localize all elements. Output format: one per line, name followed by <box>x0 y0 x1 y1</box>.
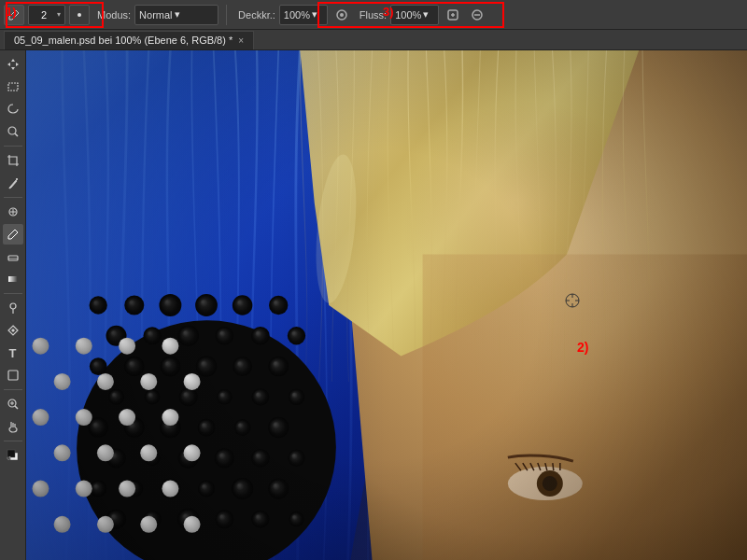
tool-dodge[interactable] <box>3 298 23 318</box>
tool-pen[interactable] <box>3 320 23 341</box>
tool-marquee-rect[interactable] <box>3 77 23 97</box>
tool-eraser[interactable] <box>3 246 23 267</box>
mode-value: Normal <box>139 9 172 21</box>
tool-brush[interactable] <box>3 224 23 245</box>
svg-line-0 <box>16 10 19 13</box>
flow-label: Fluss: <box>359 9 387 21</box>
toolbar: 1) 3) 2 ▾ Modus: Normal ▾ Deckkr.: 100% … <box>0 0 747 30</box>
divider-3 <box>4 293 22 294</box>
opacity-arrow: ▾ <box>312 8 317 21</box>
tool-healing-brush[interactable] <box>3 202 23 222</box>
divider-5 <box>4 441 22 441</box>
mode-dropdown-arrow: ▾ <box>175 8 180 21</box>
tool-shape[interactable] <box>3 365 23 385</box>
tabbar: 05_09_malen.psd bei 100% (Ebene 6, RGB/8… <box>0 30 747 50</box>
mode-label: Modus: <box>97 9 131 21</box>
tool-move[interactable] <box>3 54 23 75</box>
svg-point-18 <box>10 303 16 309</box>
pressure-icon-1[interactable] <box>443 5 463 25</box>
opacity-field[interactable]: 100% ▾ <box>279 5 328 25</box>
tool-hand[interactable] <box>3 416 23 437</box>
svg-rect-17 <box>8 276 18 282</box>
opacity-value: 100% <box>284 9 310 21</box>
photo-canvas[interactable] <box>26 50 747 560</box>
canvas-area[interactable]: 2) <box>26 50 747 560</box>
svg-rect-15 <box>8 256 18 260</box>
tool-foreground-color[interactable]: ↺ <box>3 445 23 466</box>
active-tab[interactable]: 05_09_malen.psd bei 100% (Ebene 6, RGB/8… <box>4 31 254 49</box>
svg-point-3 <box>340 13 344 17</box>
flow-arrow: ▾ <box>423 8 429 21</box>
separator-1 <box>226 5 227 25</box>
divider-2 <box>4 197 22 198</box>
divider-4 <box>4 389 22 390</box>
tool-lasso[interactable] <box>3 99 23 119</box>
tool-zoom[interactable] <box>3 394 23 414</box>
brush-size-field[interactable]: 2 ▾ <box>28 5 65 25</box>
main-area: T <box>0 50 747 560</box>
brush-preview-icon[interactable] <box>69 5 90 25</box>
svg-point-1 <box>78 13 81 17</box>
airbrush-icon[interactable] <box>331 5 352 25</box>
opacity-label: Deckkr.: <box>238 9 275 21</box>
type-icon-label: T <box>9 346 17 360</box>
tab-title: 05_09_malen.psd bei 100% (Ebene 6, RGB/8… <box>14 35 233 46</box>
pressure-icon-2[interactable] <box>467 5 487 25</box>
tab-close-button[interactable]: × <box>238 35 244 46</box>
left-tool-panel: T <box>0 50 26 560</box>
mode-dropdown[interactable]: Normal ▾ <box>134 5 218 25</box>
tool-crop[interactable] <box>3 150 23 171</box>
brush-size-arrow: ▾ <box>57 10 61 19</box>
tool-quick-select[interactable] <box>3 121 23 142</box>
svg-rect-20 <box>8 371 18 380</box>
svg-rect-9 <box>8 83 18 91</box>
flow-value: 100% <box>395 9 421 21</box>
svg-text:↺: ↺ <box>7 455 11 461</box>
tool-gradient[interactable] <box>3 269 23 289</box>
tool-type[interactable]: T <box>3 343 23 363</box>
brush-tool-icon[interactable] <box>4 5 24 25</box>
tool-eyedropper[interactable] <box>3 173 23 193</box>
brush-size-input[interactable]: 2 <box>33 9 55 21</box>
divider-1 <box>4 146 22 147</box>
svg-line-11 <box>15 133 18 136</box>
flow-field[interactable]: 100% ▾ <box>390 5 439 25</box>
svg-line-22 <box>15 406 18 409</box>
svg-point-10 <box>8 127 16 134</box>
